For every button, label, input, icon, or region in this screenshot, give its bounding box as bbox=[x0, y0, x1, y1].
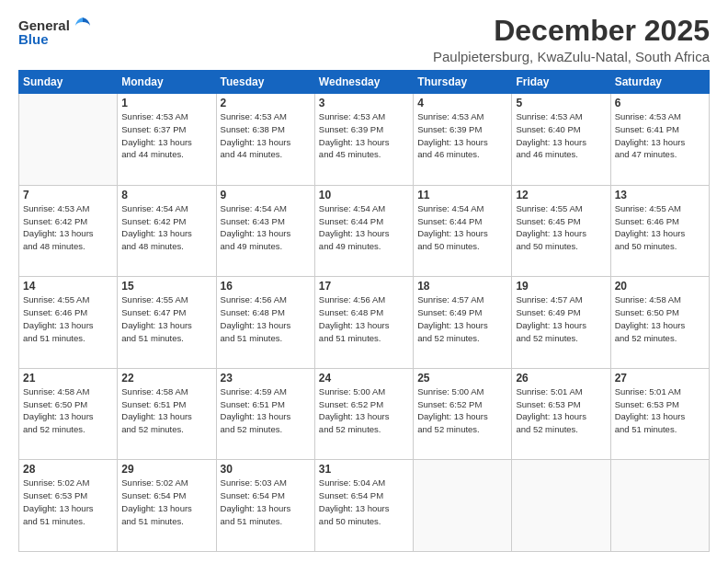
day-info: Sunrise: 5:01 AM Sunset: 6:53 PM Dayligh… bbox=[615, 385, 705, 436]
day-number: 4 bbox=[417, 97, 507, 109]
calendar-cell bbox=[19, 94, 118, 186]
day-info: Sunrise: 4:54 AM Sunset: 6:43 PM Dayligh… bbox=[221, 202, 311, 253]
day-number: 28 bbox=[23, 463, 113, 476]
day-info: Sunrise: 4:55 AM Sunset: 6:47 PM Dayligh… bbox=[121, 293, 211, 344]
col-header-saturday: Saturday bbox=[610, 71, 709, 94]
calendar-cell: 31Sunrise: 5:04 AM Sunset: 6:54 PM Dayli… bbox=[314, 460, 413, 552]
day-info: Sunrise: 4:57 AM Sunset: 6:49 PM Dayligh… bbox=[516, 293, 606, 344]
day-info: Sunrise: 5:04 AM Sunset: 6:54 PM Dayligh… bbox=[319, 477, 409, 527]
day-info: Sunrise: 4:58 AM Sunset: 6:51 PM Dayligh… bbox=[121, 385, 211, 436]
day-info: Sunrise: 4:59 AM Sunset: 6:51 PM Dayligh… bbox=[221, 385, 311, 436]
day-number: 16 bbox=[221, 280, 311, 293]
day-number: 6 bbox=[615, 97, 705, 109]
calendar-cell: 2Sunrise: 4:53 AM Sunset: 6:38 PM Daylig… bbox=[216, 94, 314, 186]
calendar-cell: 23Sunrise: 4:59 AM Sunset: 6:51 PM Dayli… bbox=[216, 368, 314, 460]
col-header-tuesday: Tuesday bbox=[216, 71, 314, 94]
day-info: Sunrise: 4:56 AM Sunset: 6:48 PM Dayligh… bbox=[319, 293, 409, 344]
day-info: Sunrise: 4:54 AM Sunset: 6:44 PM Dayligh… bbox=[417, 202, 507, 253]
main-title: December 2025 bbox=[433, 15, 710, 47]
day-number: 14 bbox=[23, 280, 113, 293]
logo-icon bbox=[73, 15, 93, 35]
day-info: Sunrise: 4:53 AM Sunset: 6:42 PM Dayligh… bbox=[23, 202, 113, 253]
title-block: December 2025 Paulpietersburg, KwaZulu-N… bbox=[433, 15, 710, 64]
day-info: Sunrise: 4:53 AM Sunset: 6:38 PM Dayligh… bbox=[221, 110, 311, 161]
calendar-cell: 5Sunrise: 4:53 AM Sunset: 6:40 PM Daylig… bbox=[512, 94, 610, 186]
day-info: Sunrise: 4:56 AM Sunset: 6:48 PM Dayligh… bbox=[221, 293, 311, 344]
calendar-cell bbox=[414, 460, 512, 552]
day-info: Sunrise: 4:55 AM Sunset: 6:46 PM Dayligh… bbox=[615, 202, 705, 253]
day-number: 21 bbox=[23, 372, 113, 385]
day-number: 7 bbox=[23, 189, 113, 201]
day-number: 18 bbox=[417, 280, 507, 293]
day-info: Sunrise: 4:57 AM Sunset: 6:49 PM Dayligh… bbox=[417, 293, 507, 344]
col-header-friday: Friday bbox=[512, 71, 610, 94]
day-info: Sunrise: 4:55 AM Sunset: 6:45 PM Dayligh… bbox=[516, 202, 606, 253]
page: General Blue December 2025 Paulpietersbu… bbox=[0, 0, 728, 563]
day-number: 22 bbox=[121, 372, 211, 385]
day-number: 10 bbox=[319, 189, 409, 201]
day-number: 2 bbox=[221, 97, 311, 109]
calendar-cell: 15Sunrise: 4:55 AM Sunset: 6:47 PM Dayli… bbox=[118, 277, 216, 369]
calendar-cell: 12Sunrise: 4:55 AM Sunset: 6:45 PM Dayli… bbox=[512, 185, 610, 277]
day-info: Sunrise: 4:53 AM Sunset: 6:37 PM Dayligh… bbox=[121, 110, 211, 161]
calendar-cell: 30Sunrise: 5:03 AM Sunset: 6:54 PM Dayli… bbox=[216, 460, 314, 552]
calendar-cell: 27Sunrise: 5:01 AM Sunset: 6:53 PM Dayli… bbox=[610, 368, 709, 460]
calendar-cell: 17Sunrise: 4:56 AM Sunset: 6:48 PM Dayli… bbox=[314, 277, 413, 369]
calendar-cell: 8Sunrise: 4:54 AM Sunset: 6:42 PM Daylig… bbox=[118, 185, 216, 277]
day-number: 23 bbox=[221, 372, 311, 385]
day-number: 12 bbox=[516, 189, 606, 201]
day-info: Sunrise: 4:53 AM Sunset: 6:41 PM Dayligh… bbox=[615, 110, 705, 161]
day-number: 20 bbox=[615, 280, 705, 293]
calendar-cell: 19Sunrise: 4:57 AM Sunset: 6:49 PM Dayli… bbox=[512, 277, 610, 369]
day-number: 19 bbox=[516, 280, 606, 293]
day-info: Sunrise: 4:58 AM Sunset: 6:50 PM Dayligh… bbox=[615, 293, 705, 344]
calendar-cell: 16Sunrise: 4:56 AM Sunset: 6:48 PM Dayli… bbox=[216, 277, 314, 369]
calendar-cell: 3Sunrise: 4:53 AM Sunset: 6:39 PM Daylig… bbox=[314, 94, 413, 186]
day-info: Sunrise: 5:00 AM Sunset: 6:52 PM Dayligh… bbox=[417, 385, 507, 436]
day-number: 15 bbox=[121, 280, 211, 293]
calendar: SundayMondayTuesdayWednesdayThursdayFrid… bbox=[18, 70, 710, 552]
day-number: 1 bbox=[121, 97, 211, 109]
day-info: Sunrise: 4:54 AM Sunset: 6:44 PM Dayligh… bbox=[319, 202, 409, 253]
day-info: Sunrise: 4:53 AM Sunset: 6:40 PM Dayligh… bbox=[516, 110, 606, 161]
calendar-cell: 21Sunrise: 4:58 AM Sunset: 6:50 PM Dayli… bbox=[19, 368, 118, 460]
calendar-cell: 29Sunrise: 5:02 AM Sunset: 6:54 PM Dayli… bbox=[118, 460, 216, 552]
header: General Blue December 2025 Paulpietersbu… bbox=[18, 15, 710, 64]
day-info: Sunrise: 4:53 AM Sunset: 6:39 PM Dayligh… bbox=[417, 110, 507, 161]
calendar-cell: 14Sunrise: 4:55 AM Sunset: 6:46 PM Dayli… bbox=[19, 277, 118, 369]
day-info: Sunrise: 5:00 AM Sunset: 6:52 PM Dayligh… bbox=[319, 385, 409, 436]
day-info: Sunrise: 4:53 AM Sunset: 6:39 PM Dayligh… bbox=[319, 110, 409, 161]
day-number: 3 bbox=[319, 97, 409, 109]
calendar-cell: 25Sunrise: 5:00 AM Sunset: 6:52 PM Dayli… bbox=[414, 368, 512, 460]
calendar-cell: 13Sunrise: 4:55 AM Sunset: 6:46 PM Dayli… bbox=[610, 185, 709, 277]
day-number: 17 bbox=[319, 280, 409, 293]
col-header-sunday: Sunday bbox=[19, 71, 118, 94]
day-number: 25 bbox=[417, 372, 507, 385]
day-number: 27 bbox=[615, 372, 705, 385]
day-number: 24 bbox=[319, 372, 409, 385]
day-info: Sunrise: 5:02 AM Sunset: 6:54 PM Dayligh… bbox=[121, 477, 211, 527]
calendar-cell: 10Sunrise: 4:54 AM Sunset: 6:44 PM Dayli… bbox=[314, 185, 413, 277]
calendar-cell: 11Sunrise: 4:54 AM Sunset: 6:44 PM Dayli… bbox=[414, 185, 512, 277]
col-header-thursday: Thursday bbox=[414, 71, 512, 94]
subtitle: Paulpietersburg, KwaZulu-Natal, South Af… bbox=[433, 49, 710, 64]
col-header-wednesday: Wednesday bbox=[314, 71, 413, 94]
logo: General Blue bbox=[18, 15, 93, 47]
day-number: 31 bbox=[319, 463, 409, 476]
logo-general: General bbox=[18, 17, 70, 33]
calendar-cell: 28Sunrise: 5:02 AM Sunset: 6:53 PM Dayli… bbox=[19, 460, 118, 552]
calendar-cell: 22Sunrise: 4:58 AM Sunset: 6:51 PM Dayli… bbox=[118, 368, 216, 460]
day-info: Sunrise: 5:01 AM Sunset: 6:53 PM Dayligh… bbox=[516, 385, 606, 436]
day-number: 5 bbox=[516, 97, 606, 109]
day-number: 13 bbox=[615, 189, 705, 201]
calendar-cell: 7Sunrise: 4:53 AM Sunset: 6:42 PM Daylig… bbox=[19, 185, 118, 277]
day-number: 29 bbox=[121, 463, 211, 476]
logo-blue: Blue bbox=[18, 31, 49, 47]
day-info: Sunrise: 5:02 AM Sunset: 6:53 PM Dayligh… bbox=[23, 477, 113, 527]
day-info: Sunrise: 4:54 AM Sunset: 6:42 PM Dayligh… bbox=[121, 202, 211, 253]
calendar-cell: 26Sunrise: 5:01 AM Sunset: 6:53 PM Dayli… bbox=[512, 368, 610, 460]
calendar-cell bbox=[610, 460, 709, 552]
calendar-cell: 18Sunrise: 4:57 AM Sunset: 6:49 PM Dayli… bbox=[414, 277, 512, 369]
day-number: 26 bbox=[516, 372, 606, 385]
col-header-monday: Monday bbox=[118, 71, 216, 94]
